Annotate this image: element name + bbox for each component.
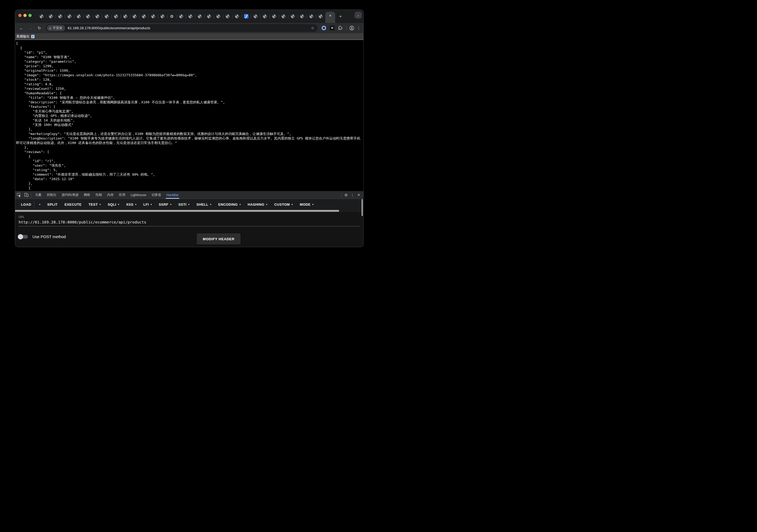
devtools-tab-源代码/来源[interactable]: 源代码/来源: [59, 191, 81, 199]
pinned-tab[interactable]: [149, 12, 158, 21]
forward-button[interactable]: →: [27, 25, 34, 32]
globe-icon: [67, 14, 72, 18]
hackbar-button-test[interactable]: TEST▾: [85, 199, 104, 210]
reload-button[interactable]: ↻: [36, 25, 43, 32]
inspect-element-button[interactable]: [15, 192, 23, 198]
address-bar[interactable]: ⚠ 不安全 61.169.28.178:8000/public/ecommerc…: [46, 24, 318, 32]
devtools-close-icon[interactable]: ✕: [355, 193, 362, 197]
json-line: "长达 14 天的超长续航",: [16, 118, 362, 123]
pinned-tab[interactable]: [83, 12, 93, 21]
hackbar-horizontal-scrollbar[interactable]: [15, 210, 363, 212]
pinned-tab[interactable]: [186, 12, 195, 21]
json-line: "humanReadable": {: [16, 91, 362, 95]
hackbar-button-lfi[interactable]: LFI▾: [140, 199, 155, 210]
bookmark-star-icon[interactable]: ☆: [311, 26, 315, 31]
hackbar-button-split[interactable]: SPLIT: [44, 199, 61, 210]
devtools-tab-lighthouse[interactable]: Lighthouse: [128, 191, 149, 199]
browser-menu-kebab-icon[interactable]: ⋮: [357, 26, 361, 31]
pinned-tab[interactable]: [55, 12, 65, 21]
devtools-settings-gear-icon[interactable]: ⚙: [343, 193, 349, 197]
back-button[interactable]: ←: [18, 25, 25, 32]
devtools-menu-kebab-icon[interactable]: ⋮: [349, 193, 355, 197]
globe-icon: [105, 14, 109, 18]
new-tab-button[interactable]: +: [337, 13, 344, 20]
json-line: "stock": 128,: [16, 77, 362, 82]
pinned-tab[interactable]: [204, 12, 214, 21]
button-label: SPLIT: [47, 202, 58, 206]
modify-header-button[interactable]: MODIFY HEADER: [197, 233, 241, 245]
pinned-tab[interactable]: [130, 12, 139, 21]
pinned-tab[interactable]: [279, 12, 288, 21]
pinned-tab[interactable]: [297, 12, 307, 21]
hackbar-toolbar: LOAD▾SPLITEXECUTETEST▾SQLI▾XSS▾LFI▾SSRF▾…: [15, 199, 363, 210]
hackbar-button-hashing[interactable]: HASHING▾: [244, 199, 271, 210]
pinned-tab[interactable]: [176, 12, 186, 21]
hackbar-button-load[interactable]: LOAD▾: [17, 199, 44, 210]
devtools-tab-hackbar[interactable]: HackBar: [164, 191, 181, 199]
pinned-tab[interactable]: [121, 12, 130, 21]
button-label: EXECUTE: [65, 202, 81, 206]
devtools-tab-元素[interactable]: 元素: [32, 191, 44, 199]
hackbar-button-mode[interactable]: MODE▾: [296, 199, 317, 210]
minimize-window-button[interactable]: [23, 14, 27, 17]
devtools-vertical-scrollbar-thumb[interactable]: [361, 199, 363, 216]
globe-icon: [160, 14, 165, 18]
pinned-tab[interactable]: [74, 12, 83, 21]
extensions-puzzle-icon[interactable]: [338, 25, 343, 31]
pinned-tab[interactable]: [139, 12, 149, 21]
active-tab[interactable]: ✕: [325, 12, 335, 23]
pretty-print-checkbox[interactable]: ✓: [31, 35, 35, 38]
pinned-tab[interactable]: [102, 12, 111, 21]
globe-icon: [300, 14, 304, 18]
security-chip[interactable]: ⚠ 不安全: [47, 25, 65, 31]
hackbar-button-encoding[interactable]: ENCODING▾: [215, 199, 244, 210]
use-post-toggle[interactable]: [18, 235, 28, 239]
pinned-tab[interactable]: [223, 12, 232, 21]
hackbar-button-custom[interactable]: CUSTOM▾: [271, 199, 296, 210]
pinned-tab[interactable]: [158, 12, 167, 21]
pinned-tab[interactable]: [269, 12, 279, 21]
devtools-tab-性能[interactable]: 性能: [93, 191, 105, 199]
url-field-value[interactable]: http://61.169.28.178:8000/public/ecommer…: [18, 220, 146, 224]
pinned-tab[interactable]: [195, 12, 204, 21]
close-tab-icon[interactable]: ✕: [329, 14, 331, 17]
pinned-tab[interactable]: [111, 12, 121, 21]
pinned-tab-logo[interactable]: [242, 12, 251, 21]
devtools-tab-记录器[interactable]: 记录器: [149, 191, 164, 199]
devtools-tab-网络[interactable]: 网络: [81, 191, 93, 199]
warning-icon: ⚠: [49, 26, 51, 30]
browser-window: ⚙ ✕ + ⌄ ← → ↻ ⚠ 不安全 61.169.28.178:8000/p…: [15, 10, 363, 247]
pinned-tab[interactable]: [232, 12, 242, 21]
pinned-tab[interactable]: [37, 12, 46, 21]
devtools-tab-控制台[interactable]: 控制台: [44, 191, 59, 199]
hackbar-button-sqli[interactable]: SQLI▾: [104, 199, 123, 210]
hackbar-button-ssrf[interactable]: SSRF▾: [155, 199, 175, 210]
pinned-tab[interactable]: [260, 12, 269, 21]
globe-icon: [253, 14, 258, 18]
pinned-tab[interactable]: [307, 12, 316, 21]
pinned-tab[interactable]: [251, 12, 260, 21]
hackbar-button-shell[interactable]: SHELL▾: [193, 199, 215, 210]
devtools-tab-应用[interactable]: 应用: [116, 191, 128, 199]
toggle-knob[interactable]: [18, 234, 23, 239]
pinned-tab[interactable]: [93, 12, 102, 21]
pinned-tab[interactable]: [214, 12, 223, 21]
url-text[interactable]: 61.169.28.178:8000/public/ecommerce/api/…: [68, 26, 309, 30]
pinned-tab[interactable]: [288, 12, 297, 21]
devtools-tab-内存[interactable]: 内存: [105, 191, 116, 199]
tab-search-button[interactable]: ⌄: [354, 12, 362, 18]
pinned-tab[interactable]: [46, 12, 55, 21]
device-toolbar-button[interactable]: [23, 192, 30, 198]
profile-avatar[interactable]: [349, 25, 354, 31]
pinned-tab-settings[interactable]: ⚙: [167, 12, 176, 21]
hscrollbar-thumb[interactable]: [15, 210, 339, 212]
hackbar-button-ssti[interactable]: SSTI▾: [175, 199, 193, 210]
zoom-window-button[interactable]: [28, 14, 32, 17]
close-window-button[interactable]: [18, 14, 21, 17]
pinned-tab[interactable]: [316, 12, 325, 21]
hackbar-button-execute[interactable]: EXECUTE: [61, 199, 85, 210]
pinned-tab[interactable]: [65, 12, 74, 21]
hackbar-button-xss[interactable]: XSS▾: [123, 199, 140, 210]
hackbar-extension-icon[interactable]: H: [330, 26, 334, 30]
extension-donut-icon[interactable]: [321, 26, 326, 30]
